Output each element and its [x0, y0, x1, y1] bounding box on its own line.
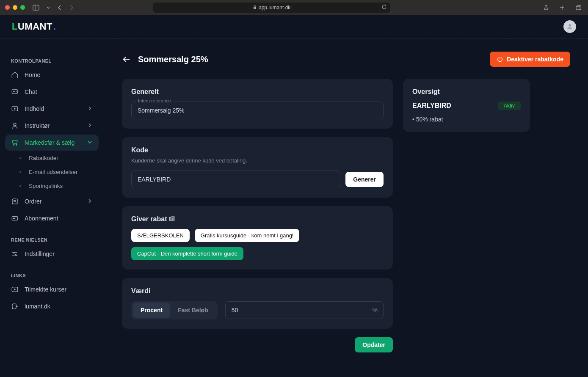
update-button[interactable]: Opdater [355, 337, 393, 352]
status-badge: Aktiv [498, 102, 521, 110]
segment-procent[interactable]: Procent [133, 303, 170, 318]
bullet-icon [19, 171, 21, 173]
svg-point-15 [16, 144, 17, 145]
card-oversigt: Oversigt EARLYBIRD Aktiv • 50% rabat [403, 79, 530, 132]
sidebar-item-label: E-mail udsendelser [29, 169, 78, 175]
logo[interactable]: LUMANT. [12, 21, 56, 32]
back-nav-icon[interactable] [55, 4, 64, 11]
sidebar-toggle-icon[interactable] [31, 4, 41, 11]
sidebar-heading-kontrolpanel: KONTROLPANEL [5, 55, 99, 67]
sidebar-item-label: Instruktør [25, 122, 50, 129]
tag-item[interactable]: Gratis kursusguide - kom nemt i gang! [195, 229, 300, 242]
close-window-icon[interactable] [5, 5, 10, 10]
person-icon [11, 122, 19, 129]
sidebar-item-label: Sporingslinks [29, 183, 63, 189]
svg-point-21 [14, 218, 15, 219]
svg-marker-27 [14, 289, 16, 291]
sidebar-item-chat[interactable]: Chat [5, 84, 99, 100]
deactivate-button[interactable]: Deaktiver rabatkode [490, 52, 570, 67]
svg-point-9 [15, 91, 15, 92]
sidebar-item-lumant[interactable]: lumant.dk [5, 298, 99, 314]
sidebar-item-sporing[interactable]: Sporingslinks [14, 179, 99, 193]
receipt-icon [11, 198, 19, 205]
play-box-icon [11, 286, 19, 293]
traffic-lights[interactable] [5, 5, 25, 10]
cart-icon [11, 139, 19, 146]
svg-rect-5 [576, 6, 580, 10]
sidebar-item-markedsfor[interactable]: Markedsfør & sælg [5, 135, 99, 151]
external-link-icon [11, 303, 19, 310]
sidebar-item-label: Indhold [25, 105, 44, 112]
sidebar-item-label: Rabatkoder [29, 155, 58, 161]
avatar[interactable] [563, 20, 576, 33]
home-icon [11, 71, 19, 79]
chevron-down-icon[interactable] [44, 5, 52, 11]
svg-marker-12 [14, 108, 16, 110]
sidebar-item-label: Ordrer [25, 198, 41, 205]
card-vaerdi: Værdi Procent Fast Beløb % [122, 278, 393, 329]
svg-point-10 [16, 91, 17, 92]
card-title: Kode [131, 146, 384, 154]
forward-nav-icon[interactable] [67, 4, 76, 11]
sidebar-item-indstillinger[interactable]: Indstillinger [5, 246, 99, 262]
sidebar-item-instruktor[interactable]: Instruktør [5, 118, 99, 134]
sidebar-item-label: Tilmeldte kurser [25, 286, 66, 293]
overview-code: EARLYBIRD [412, 102, 451, 110]
url-text: app.lumant.dk [259, 5, 290, 11]
chevron-right-icon [87, 105, 93, 113]
chevron-right-icon [87, 198, 93, 205]
generate-button[interactable]: Generer [345, 172, 384, 187]
card-title: Værdi [131, 287, 384, 295]
tabs-icon[interactable] [574, 4, 583, 11]
sidebar-item-home[interactable]: Home [5, 67, 99, 83]
svg-point-24 [13, 252, 14, 253]
sidebar-item-ordrer[interactable]: Ordrer [5, 193, 99, 209]
card-icon [11, 215, 19, 222]
code-input[interactable] [131, 171, 340, 188]
value-type-segment: Procent Fast Beløb [131, 301, 218, 319]
svg-point-13 [14, 123, 16, 126]
sidebar-item-label: Home [25, 72, 40, 78]
sidebar-item-label: Markedsfør & sælg [25, 139, 75, 146]
sidebar-item-tilmeldte[interactable]: Tilmeldte kurser [5, 281, 99, 297]
svg-point-6 [569, 24, 571, 27]
sidebar-heading-links: LINKS [5, 270, 99, 281]
back-button[interactable] [122, 55, 131, 64]
overview-line: • 50% rabat [412, 116, 521, 123]
sidebar-heading-user: RENE NIELSEN [5, 234, 99, 246]
sidebar-item-abonnement[interactable]: Abonnement [5, 210, 99, 226]
chevron-down-icon [87, 139, 93, 146]
card-kode: Kode Kunderne skal angive denne kode ved… [122, 137, 393, 198]
value-suffix: % [373, 307, 378, 314]
svg-rect-28 [12, 304, 16, 309]
new-tab-icon[interactable] [558, 4, 567, 11]
card-title: Giver rabat til [131, 215, 384, 223]
sidebar: KONTROLPANEL Home Chat Indhold Instruktø… [0, 39, 104, 377]
chat-icon [11, 88, 19, 96]
tag-item[interactable]: SÆLGERSKOLEN [131, 229, 190, 242]
bullet-icon [19, 157, 21, 159]
sidebar-item-indhold[interactable]: Indhold [5, 101, 99, 117]
play-box-icon [11, 105, 19, 113]
minimize-window-icon[interactable] [13, 5, 17, 10]
app-header: LUMANT. [0, 15, 588, 39]
intern-reference-input[interactable] [131, 102, 384, 119]
reload-icon[interactable] [381, 4, 387, 11]
maximize-window-icon[interactable] [20, 5, 25, 10]
sidebar-item-label: Abonnement [25, 215, 58, 222]
main-content: Sommersalg 25% Deaktiver rabatkode Gener… [104, 39, 588, 377]
value-input[interactable] [225, 301, 384, 319]
sidebar-item-label: lumant.dk [25, 303, 50, 310]
sidebar-item-rabatkoder[interactable]: Rabatkoder [14, 151, 99, 165]
svg-rect-2 [254, 7, 256, 9]
segment-fast[interactable]: Fast Beløb [170, 303, 216, 318]
sidebar-item-email[interactable]: E-mail udsendelser [14, 165, 99, 179]
browser-chrome: app.lumant.dk [0, 0, 588, 15]
tag-item[interactable]: CapCut - Den komplette short form guide [131, 247, 243, 260]
url-bar[interactable]: app.lumant.dk [153, 3, 390, 13]
sidebar-item-label: Indstillinger [25, 250, 55, 257]
card-subtitle: Kunderne skal angive denne kode ved beta… [131, 157, 384, 164]
bullet-icon [19, 185, 21, 187]
share-icon[interactable] [541, 4, 551, 11]
svg-point-20 [13, 218, 14, 219]
